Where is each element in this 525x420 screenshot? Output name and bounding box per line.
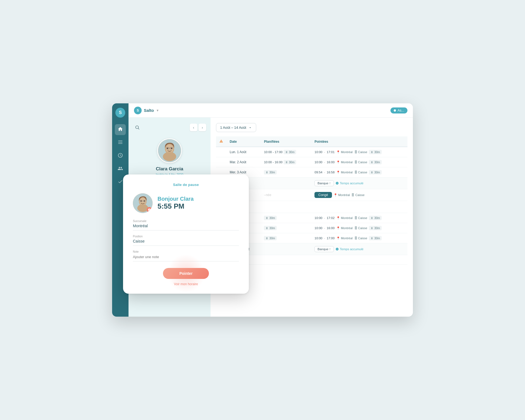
pointed-cell: 10:00 - 17:02 📍 Montréal 🗄 Caisse ⏸ 30m: [311, 213, 407, 223]
position-value: Caisse: [133, 239, 239, 246]
tasks-icon: [118, 179, 123, 185]
planned-break: ⏸ 30m: [264, 170, 276, 174]
location-badge: 📍 Montréal: [336, 237, 353, 240]
warn-cell: [216, 147, 226, 157]
table-header-row: Date Planifiées Pointées: [216, 136, 407, 147]
nav-arrows: ‹ ›: [190, 124, 206, 131]
pointed-break: ⏸ 30m: [369, 236, 381, 240]
planned-cell: –née: [261, 189, 311, 201]
conge-badge: Congé: [314, 192, 332, 198]
avatar-image: [158, 139, 181, 162]
pointed-cell: Banque ↑ Temps accumulé: [311, 243, 407, 255]
bank-button[interactable]: Banque ↑: [314, 180, 334, 186]
clock-icon: [118, 153, 123, 159]
warn-cell: [216, 157, 226, 167]
next-arrow-button[interactable]: ›: [199, 124, 206, 131]
modal-greeting-block: Bonjour Clara 5:55 PM: [158, 196, 194, 211]
modal-succursale-field: Succursale Montréal: [133, 220, 239, 231]
position-badge: 🗄 Caisse: [351, 193, 364, 197]
pointed-time-range: 10:00 - 17:02: [314, 216, 334, 220]
succursale-label: Succursale: [133, 220, 239, 223]
pointed-time-range: 10:00 - 16:00: [314, 226, 334, 230]
svg-point-7: [171, 148, 172, 149]
modal-greeting: Bonjour Clara: [158, 196, 194, 202]
app-header: S Salto ▾ As...: [129, 103, 413, 118]
employee-avatar: [157, 138, 182, 163]
table-row: Mar. 2 Août 10:00 - 16:00 ⏸ 30m 10:00 - …: [216, 157, 407, 167]
temps-accumule-link-2[interactable]: Temps accumulé: [336, 247, 363, 251]
sidebar-item-clock[interactable]: [115, 150, 126, 161]
schedule-icon: [118, 139, 123, 146]
svg-point-16: [144, 200, 145, 202]
sidebar-item-team[interactable]: [115, 164, 126, 174]
header-user-badge[interactable]: As...: [390, 107, 407, 113]
pointed-time-range: 10:00 - 17:00: [314, 237, 334, 240]
planned-cell: 10:00 - 17:00 ⏸ 30m: [261, 147, 311, 157]
app-window: S S Sal: [112, 103, 413, 317]
location-badge: 📍 Montréal: [334, 193, 350, 197]
planned-cell: [261, 255, 311, 265]
user-dot-icon: [394, 109, 396, 112]
pointer-button[interactable]: Pointer: [163, 268, 209, 279]
bank-button-2[interactable]: Banque ↑: [314, 246, 334, 252]
brand-chevron-icon[interactable]: ▾: [157, 109, 158, 112]
position-badge: 🗄 Caisse: [354, 237, 368, 240]
planned-time-range: 10:00 - 16:00: [264, 161, 282, 164]
location-badge: 📍 Montréal: [336, 161, 353, 164]
pointed-break: ⏸ 30m: [369, 216, 381, 220]
pointed-break: ⏸ 30m: [369, 150, 381, 154]
pointed-cell: 10:00 - 16:00 📍 Montréal 🗄 Caisse ⏸ 30m: [311, 223, 407, 233]
date-cell: Mar. 2 Août: [226, 157, 261, 167]
modal-title: Salle de pause: [133, 183, 239, 187]
pointed-cell: Congé 📍 Montréal 🗄 Caisse: [311, 189, 407, 201]
sidebar-item-home[interactable]: [115, 124, 126, 135]
position-badge: 🗄 Caisse: [354, 226, 368, 230]
header-planifiees: Planifiées: [261, 136, 311, 147]
note-input[interactable]: [133, 255, 239, 261]
modal-position-field: Position Caisse: [133, 235, 239, 246]
pointed-break: ⏸ 30m: [369, 170, 381, 174]
pointed-break: ⏸ 30m: [369, 226, 381, 230]
pointed-cell: [311, 255, 407, 265]
home-icon: [118, 126, 123, 133]
location-badge: 📍 Montréal: [336, 226, 353, 230]
svg-point-15: [141, 200, 142, 202]
pointer-button-wrap: Pointer: [133, 268, 239, 279]
planned-cell: [261, 177, 311, 189]
search-bar: ‹ ›: [133, 123, 206, 132]
pointed-time-range: 09:54 - 16:58: [314, 171, 334, 174]
brand-logo: S: [134, 107, 142, 114]
planned-cell: [261, 243, 311, 255]
date-cell: Lun. 1 Août: [226, 147, 261, 157]
position-badge: 🗄 Caisse: [354, 161, 368, 164]
position-badge: 🗄 Caisse: [354, 171, 368, 174]
svg-point-6: [167, 148, 168, 149]
modal-user-row: Bonjour Clara 5:55 PM: [133, 193, 239, 213]
planned-cell: ⏸ 30m: [261, 213, 311, 223]
prev-arrow-button[interactable]: ‹: [190, 124, 197, 131]
planned-break: ⏸ 30m: [284, 160, 296, 164]
planned-cell: ⏸ 30m: [261, 223, 311, 233]
planned-break: ⏸ 30m: [264, 216, 276, 220]
brand-name: Salto: [144, 108, 154, 113]
pointed-cell: 10:00 - 16:00 📍 Montréal 🗄 Caisse ⏸ 30m: [311, 157, 407, 167]
modal-time: 5:55 PM: [158, 202, 194, 211]
sidebar-logo: S: [115, 108, 125, 118]
svg-point-13: [139, 198, 146, 205]
camera-icon[interactable]: [147, 207, 152, 212]
temps-accumule-link[interactable]: Temps accumulé: [336, 182, 363, 185]
voir-horaire-link[interactable]: Voir mon horaire: [133, 282, 239, 286]
sidebar-item-schedule[interactable]: [115, 137, 126, 148]
search-button[interactable]: [133, 123, 142, 132]
pointed-cell: Banque ↑ Temps accumulé: [311, 177, 407, 189]
pointed-cell: 10:00 - 17:00 📍 Montréal 🗄 Caisse ⏸ 30m: [311, 233, 407, 243]
date-range-selector[interactable]: 1 Août – 14 Août: [216, 123, 256, 132]
position-badge: 🗄 Caisse: [354, 150, 368, 154]
planned-time-range: 10:00 - 17:00: [264, 150, 282, 154]
planned-break: ⏸ 30m: [264, 226, 276, 230]
team-icon: [118, 166, 123, 172]
table-row: Lun. 1 Août 10:00 - 17:00 ⏸ 30m 10:00 - …: [216, 147, 407, 157]
planned-cell: ⏸ 30m: [261, 233, 311, 243]
planned-cell: ⏸ 30m: [261, 167, 311, 177]
date-range-label: 1 Août – 14 Août: [220, 126, 246, 130]
